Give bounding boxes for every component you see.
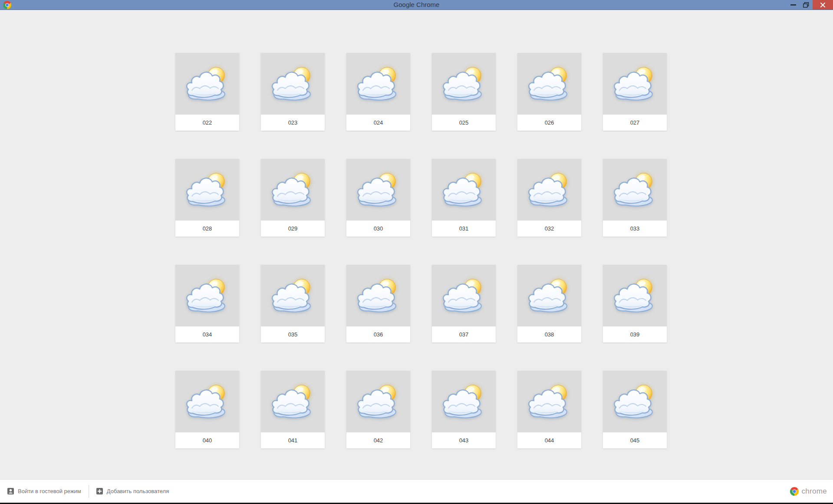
window-controls xyxy=(787,0,833,10)
profile-tile[interactable]: 022 xyxy=(175,53,239,131)
partly-cloudy-weather-icon xyxy=(175,265,239,326)
profile-grid: 022 023 024 025 xyxy=(175,53,667,448)
profile-tile[interactable]: 035 xyxy=(261,265,325,343)
profile-name: 045 xyxy=(603,432,667,448)
profile-name: 023 xyxy=(261,115,325,131)
partly-cloudy-weather-icon xyxy=(175,159,239,221)
restore-icon xyxy=(803,2,809,8)
partly-cloudy-weather-icon xyxy=(346,159,410,221)
partly-cloudy-weather-icon xyxy=(603,265,667,326)
partly-cloudy-weather-icon xyxy=(261,265,325,326)
profile-tile[interactable]: 045 xyxy=(603,371,667,448)
footer-bar: Войти в гостевой режим Добавить пользова… xyxy=(0,479,833,503)
chrome-wordmark: chrome xyxy=(802,487,827,496)
guest-person-icon xyxy=(7,488,14,494)
restore-button[interactable] xyxy=(800,0,813,10)
profile-tile[interactable]: 037 xyxy=(432,265,496,343)
profile-tile[interactable]: 040 xyxy=(175,371,239,448)
partly-cloudy-weather-icon xyxy=(261,159,325,221)
profile-name: 025 xyxy=(432,115,496,131)
add-user-button[interactable]: Добавить пользователя xyxy=(89,480,176,503)
profile-tile[interactable]: 023 xyxy=(261,53,325,131)
profile-tile[interactable]: 034 xyxy=(175,265,239,343)
partly-cloudy-weather-icon xyxy=(346,265,410,326)
partly-cloudy-weather-icon xyxy=(432,265,496,326)
add-user-plus-icon xyxy=(96,488,103,494)
partly-cloudy-weather-icon xyxy=(175,53,239,115)
profile-name: 026 xyxy=(517,115,581,131)
profile-name: 028 xyxy=(175,221,239,237)
profile-tile[interactable]: 028 xyxy=(175,159,239,237)
profile-tile[interactable]: 024 xyxy=(346,53,410,131)
profile-tile[interactable]: 033 xyxy=(603,159,667,237)
profile-name: 036 xyxy=(346,326,410,343)
chrome-app-icon xyxy=(3,1,11,9)
partly-cloudy-weather-icon xyxy=(261,371,325,432)
profile-tile[interactable]: 031 xyxy=(432,159,496,237)
profile-tile[interactable]: 042 xyxy=(346,371,410,448)
profile-tile[interactable]: 026 xyxy=(517,53,581,131)
partly-cloudy-weather-icon xyxy=(432,159,496,221)
partly-cloudy-weather-icon xyxy=(346,53,410,115)
partly-cloudy-weather-icon xyxy=(517,159,581,221)
add-user-label: Добавить пользователя xyxy=(107,488,169,494)
profile-name: 032 xyxy=(517,221,581,237)
profile-tile[interactable]: 036 xyxy=(346,265,410,343)
profile-tile[interactable]: 032 xyxy=(517,159,581,237)
profile-tile[interactable]: 043 xyxy=(432,371,496,448)
guest-mode-button[interactable]: Войти в гостевой режим xyxy=(0,480,89,503)
profile-name: 022 xyxy=(175,115,239,131)
minimize-button[interactable] xyxy=(787,0,800,10)
profile-name: 024 xyxy=(346,115,410,131)
partly-cloudy-weather-icon xyxy=(175,371,239,432)
profile-name: 031 xyxy=(432,221,496,237)
profile-tile[interactable]: 027 xyxy=(603,53,667,131)
profile-tile[interactable]: 029 xyxy=(261,159,325,237)
profile-name: 033 xyxy=(603,221,667,237)
profile-name: 030 xyxy=(346,221,410,237)
minimize-icon xyxy=(790,4,796,6)
profile-name: 039 xyxy=(603,326,667,343)
profile-name: 040 xyxy=(175,432,239,448)
titlebar: Google Chrome xyxy=(0,0,833,10)
profile-tile[interactable]: 038 xyxy=(517,265,581,343)
close-button[interactable] xyxy=(813,0,833,10)
chrome-brand: chrome xyxy=(790,480,827,503)
partly-cloudy-weather-icon xyxy=(517,371,581,432)
main-area: 022 023 024 025 xyxy=(0,10,833,479)
profile-tile[interactable]: 044 xyxy=(517,371,581,448)
profile-tile[interactable]: 030 xyxy=(346,159,410,237)
partly-cloudy-weather-icon xyxy=(517,265,581,326)
guest-mode-label: Войти в гостевой режим xyxy=(18,488,81,494)
chrome-logo-icon xyxy=(790,487,799,496)
profile-name: 042 xyxy=(346,432,410,448)
partly-cloudy-weather-icon xyxy=(261,53,325,115)
partly-cloudy-weather-icon xyxy=(603,371,667,432)
partly-cloudy-weather-icon xyxy=(603,159,667,221)
profile-name: 029 xyxy=(261,221,325,237)
profile-name: 034 xyxy=(175,326,239,343)
profile-name: 035 xyxy=(261,326,325,343)
profile-tile[interactable]: 039 xyxy=(603,265,667,343)
profile-name: 038 xyxy=(517,326,581,343)
partly-cloudy-weather-icon xyxy=(432,53,496,115)
profile-tile[interactable]: 025 xyxy=(432,53,496,131)
partly-cloudy-weather-icon xyxy=(432,371,496,432)
profile-name: 041 xyxy=(261,432,325,448)
profile-name: 044 xyxy=(517,432,581,448)
profile-name: 043 xyxy=(432,432,496,448)
profile-name: 037 xyxy=(432,326,496,343)
partly-cloudy-weather-icon xyxy=(603,53,667,115)
partly-cloudy-weather-icon xyxy=(517,53,581,115)
profile-name: 027 xyxy=(603,115,667,131)
close-icon xyxy=(820,3,825,7)
window-title: Google Chrome xyxy=(394,0,440,10)
partly-cloudy-weather-icon xyxy=(346,371,410,432)
profile-tile[interactable]: 041 xyxy=(261,371,325,448)
